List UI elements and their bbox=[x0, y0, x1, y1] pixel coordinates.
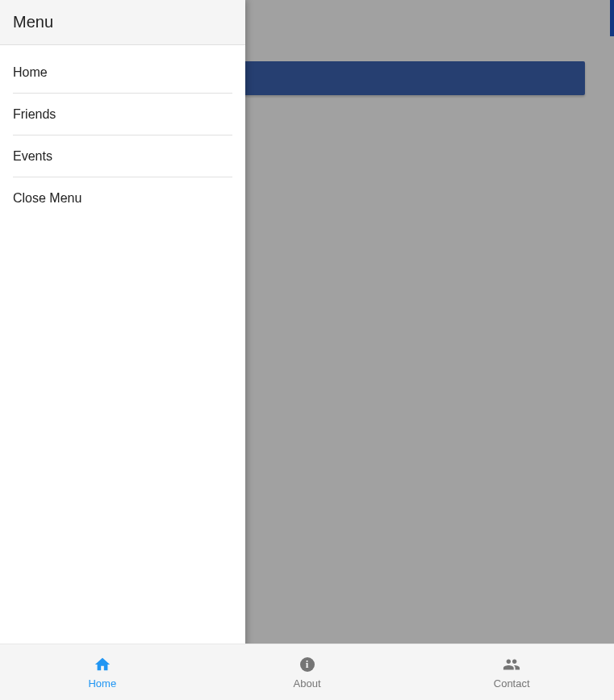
info-icon: i bbox=[298, 655, 317, 674]
bottom-nav-contact[interactable]: Contact bbox=[409, 655, 614, 690]
drawer-title: Menu bbox=[0, 0, 245, 45]
drawer-list: Home Friends Events Close Menu bbox=[0, 45, 245, 219]
bottom-nav-about[interactable]: i About bbox=[205, 655, 410, 690]
drawer-item-events[interactable]: Events bbox=[13, 135, 232, 177]
drawer-item-close[interactable]: Close Menu bbox=[13, 177, 232, 219]
drawer-item-home[interactable]: Home bbox=[13, 52, 232, 94]
bottom-nav-contact-label: Contact bbox=[494, 677, 530, 690]
bottom-nav-about-label: About bbox=[294, 677, 321, 690]
bottom-navigation: Home i About Contact bbox=[0, 644, 614, 700]
bottom-nav-home[interactable]: Home bbox=[0, 655, 205, 690]
side-drawer: Menu Home Friends Events Close Menu bbox=[0, 0, 245, 700]
home-icon bbox=[93, 655, 112, 674]
people-icon bbox=[502, 655, 521, 674]
bottom-nav-home-label: Home bbox=[88, 677, 116, 690]
drawer-item-friends[interactable]: Friends bbox=[13, 94, 232, 135]
